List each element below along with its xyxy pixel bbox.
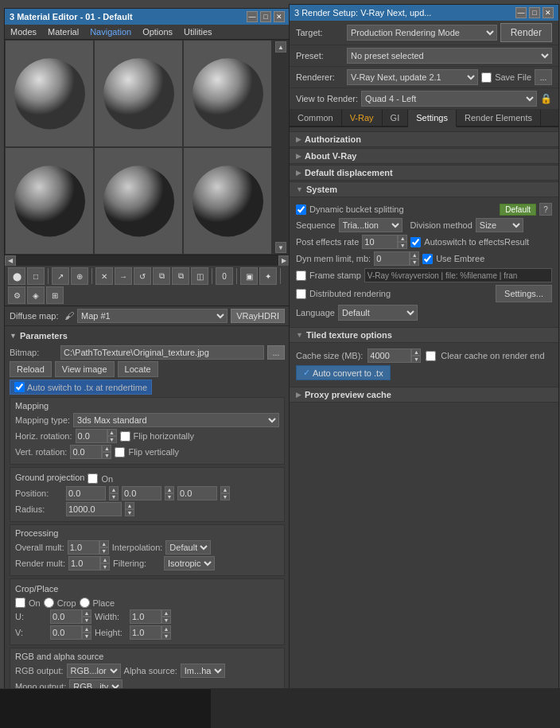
use-embree-checkbox[interactable] [422, 254, 433, 264]
tiled-texture-header[interactable]: ▼ Tiled texture options [290, 327, 558, 343]
menu-navigation[interactable]: Navigation [88, 26, 134, 37]
width-down[interactable]: ▼ [161, 617, 171, 624]
clear-cache-checkbox[interactable] [426, 351, 436, 361]
pos-x-input[interactable] [66, 486, 106, 500]
language-select[interactable]: Default [338, 305, 418, 321]
pos-z-down[interactable]: ▼ [220, 493, 230, 500]
pos-y-input[interactable] [122, 486, 161, 500]
sphere-cell-4[interactable] [5, 147, 94, 255]
mapping-type-select[interactable]: 3ds Max standard [73, 413, 279, 427]
sphere-cell-6[interactable] [183, 147, 272, 255]
tab-common[interactable]: Common [290, 110, 342, 126]
horiz-rot-up[interactable]: ▲ [107, 429, 117, 436]
scroll-down[interactable]: ▼ [275, 242, 286, 253]
reload-button[interactable]: Reload [10, 361, 52, 377]
sphere-cell-2[interactable] [94, 40, 183, 147]
sequence-select[interactable]: Tria...tion [339, 218, 402, 232]
cache-size-input[interactable] [368, 348, 411, 363]
pe-down[interactable]: ▼ [398, 242, 407, 249]
assign-icon[interactable]: → [115, 267, 132, 285]
scroll-right-arrow[interactable]: ▶ [278, 255, 290, 267]
rs-close-button[interactable]: ✕ [542, 7, 554, 18]
vert-rot-up[interactable]: ▲ [102, 445, 111, 452]
sphere-icon[interactable]: ⬤ [8, 267, 25, 285]
browse-button[interactable]: ... [267, 345, 285, 360]
crop-radio[interactable] [44, 598, 54, 608]
menu-utilities[interactable]: Utilities [181, 26, 214, 37]
filtering-select[interactable]: Isotropic [164, 556, 215, 570]
pos-y-up[interactable]: ▲ [165, 486, 174, 493]
vert-rot-down[interactable]: ▼ [102, 452, 111, 459]
rs-minimize-button[interactable]: — [515, 7, 527, 18]
horiz-rot-input[interactable] [76, 429, 107, 443]
paint-icon[interactable]: 🖌 [64, 310, 74, 321]
unique-icon[interactable]: ◫ [191, 267, 208, 285]
delete-icon[interactable]: ✕ [95, 267, 113, 285]
close-button[interactable]: ✕ [274, 11, 285, 22]
overall-mult-input[interactable] [68, 540, 99, 555]
scroll-track[interactable] [16, 255, 278, 266]
default-displacement-header[interactable]: ▶ Default displacement [290, 165, 558, 181]
radius-input[interactable] [66, 502, 122, 516]
reset-icon[interactable]: ↺ [134, 267, 151, 285]
tab-settings[interactable]: Settings [408, 110, 457, 127]
authorization-header[interactable]: ▶ Authorization [290, 131, 558, 147]
radius-down[interactable]: ▼ [125, 509, 134, 516]
paste-icon[interactable]: ⧉ [172, 267, 189, 285]
distributed-settings-button[interactable]: Settings... [496, 285, 552, 302]
sphere-cell-3[interactable] [183, 40, 272, 147]
select2-icon[interactable]: ◈ [27, 286, 45, 304]
preset-select[interactable]: No preset selected [347, 48, 552, 64]
dynamic-bucket-checkbox[interactable] [296, 204, 306, 215]
scroll-left-arrow[interactable]: ◀ [5, 255, 16, 267]
sphere-cell-1[interactable] [5, 40, 94, 147]
menu-options[interactable]: Options [140, 26, 175, 37]
overall-up[interactable]: ▲ [99, 540, 109, 547]
radius-up[interactable]: ▲ [125, 502, 134, 509]
map-name-select[interactable]: Map #1 [77, 309, 228, 323]
tab-gi[interactable]: GI [383, 110, 409, 126]
viewport-icon[interactable]: ▣ [240, 267, 258, 285]
pe-up[interactable]: ▲ [398, 235, 407, 242]
cs-down[interactable]: ▼ [411, 356, 421, 363]
distributed-rendering-checkbox[interactable] [296, 289, 306, 299]
save-file-checkbox[interactable] [481, 72, 492, 83]
rs-maximize-button[interactable]: □ [529, 7, 540, 18]
v-down[interactable]: ▼ [82, 633, 91, 640]
render-mult-input[interactable] [68, 556, 100, 570]
nav-icon[interactable]: ⊞ [46, 286, 64, 304]
tab-render-elements[interactable]: Render Elements [457, 110, 541, 126]
dm-up[interactable]: ▲ [410, 251, 419, 259]
select-icon[interactable]: ⊕ [71, 267, 88, 285]
v-up[interactable]: ▲ [82, 625, 91, 633]
height-up[interactable]: ▲ [161, 625, 171, 633]
frame-stamp-checkbox[interactable] [296, 271, 306, 281]
width-up[interactable]: ▲ [161, 609, 171, 617]
interp-select[interactable]: Default [165, 540, 211, 555]
parameters-header[interactable]: ▼ Parameters [10, 329, 285, 342]
options-icon[interactable]: ⚙ [8, 286, 25, 304]
dm-down[interactable]: ▼ [410, 259, 419, 266]
dyn-mem-input[interactable] [374, 251, 410, 266]
copy-icon[interactable]: ⧉ [153, 267, 170, 285]
v-input[interactable] [50, 625, 82, 640]
pick-icon[interactable]: ↗ [52, 267, 69, 285]
system-header[interactable]: ▼ System [290, 181, 558, 197]
ground-proj-on-checkbox[interactable] [88, 473, 98, 484]
pos-x-down[interactable]: ▼ [109, 493, 119, 500]
flip-v-checkbox[interactable] [115, 447, 125, 457]
help-badge[interactable]: ? [539, 203, 552, 216]
pos-z-up[interactable]: ▲ [220, 486, 230, 493]
tab-vray[interactable]: V-Ray [342, 110, 383, 126]
render-button[interactable]: Render [500, 23, 552, 42]
num-icon[interactable]: 0 [216, 267, 233, 285]
u-up[interactable]: ▲ [82, 609, 91, 617]
width-input[interactable] [130, 609, 161, 624]
rgb-output-select[interactable]: RGB...lor [67, 664, 121, 678]
auto-switch-checkbox[interactable] [14, 382, 25, 392]
menu-modes[interactable]: Modes [8, 26, 39, 37]
menu-material[interactable]: Material [45, 26, 81, 37]
u-input[interactable] [50, 609, 82, 624]
overall-down[interactable]: ▼ [99, 547, 109, 555]
division-method-select[interactable]: Size [476, 218, 523, 232]
